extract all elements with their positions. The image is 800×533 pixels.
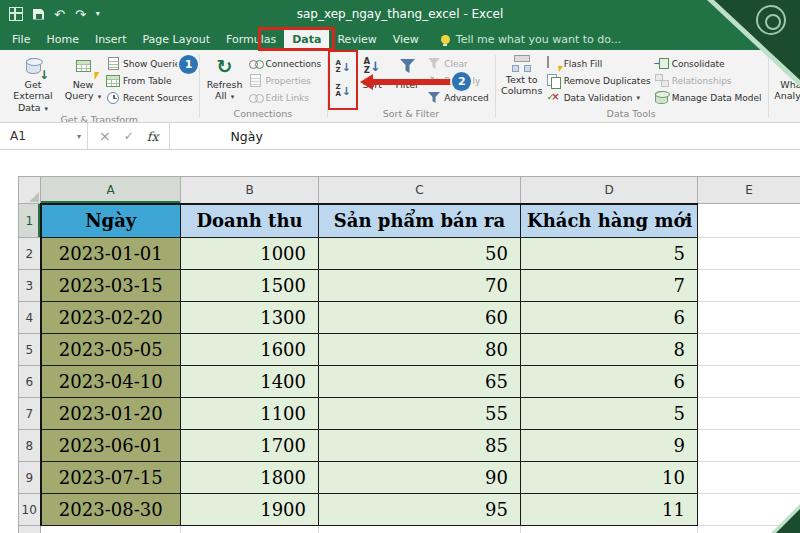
cell-D8[interactable]: 9 [521,430,698,462]
enter-icon[interactable]: ✓ [124,129,134,143]
cell-D4[interactable]: 6 [521,302,698,334]
connections-button[interactable]: Connections [247,55,324,72]
cell-B1[interactable]: Doanh thu [181,204,319,238]
new-query-button[interactable]: New Query ▾ [62,52,104,113]
cell-B6[interactable]: 1400 [181,366,319,398]
cancel-icon[interactable]: × [99,128,111,144]
cell-A11[interactable] [41,526,181,533]
edit-links-button[interactable]: Edit Links [247,89,324,106]
cell-E2[interactable] [698,238,800,270]
cell-C5[interactable]: 80 [319,334,521,366]
cell-B9[interactable]: 1800 [181,462,319,494]
row-header-4[interactable]: 4 [19,302,41,334]
row-header-1[interactable]: 1 [19,204,41,238]
from-table-button[interactable]: From Table [104,72,195,89]
cell-E5[interactable] [698,334,800,366]
cell-D2[interactable]: 5 [521,238,698,270]
flash-fill-button[interactable]: Flash Fill [545,55,653,72]
cell-B10[interactable]: 1900 [181,494,319,526]
row-header-5[interactable]: 5 [19,334,41,366]
cell-A7[interactable]: 2023-01-20 [41,398,181,430]
cell-D10[interactable]: 11 [521,494,698,526]
cell-A6[interactable]: 2023-04-10 [41,366,181,398]
cell-B5[interactable]: 1600 [181,334,319,366]
tab-insert[interactable]: Insert [87,28,135,50]
tab-view[interactable]: View [385,28,427,50]
cell-A2[interactable]: 2023-01-01 [41,238,181,270]
cell-B2[interactable]: 1000 [181,238,319,270]
text-to-columns-button[interactable]: Text to Columns [499,52,545,107]
cell-C2[interactable]: 50 [319,238,521,270]
cell-D6[interactable]: 6 [521,366,698,398]
cell-A5[interactable]: 2023-05-05 [41,334,181,366]
row-header-10[interactable]: 10 [19,494,41,526]
cell-B7[interactable]: 1100 [181,398,319,430]
undo-icon[interactable]: ↶ [54,8,65,21]
manage-data-model-button[interactable]: Manage Data Model [653,89,764,106]
recent-sources-button[interactable]: Recent Sources [104,89,195,106]
get-external-data-button[interactable]: ↓ Get External Data ▾ [4,52,62,113]
formula-input[interactable]: Ngày [170,123,800,149]
insert-function-icon[interactable]: fx [147,129,159,144]
name-box-dropdown-icon[interactable]: ▾ [77,132,81,141]
cell-C6[interactable]: 65 [319,366,521,398]
cell-C3[interactable]: 70 [319,270,521,302]
tab-file[interactable]: File [4,28,38,50]
cell-E4[interactable] [698,302,800,334]
cell-A1[interactable]: Ngày [41,204,181,238]
cell-D3[interactable]: 7 [521,270,698,302]
cell-E6[interactable] [698,366,800,398]
cell-B4[interactable]: 1300 [181,302,319,334]
properties-button[interactable]: Properties [247,72,324,89]
row-header-2[interactable]: 2 [19,238,41,270]
tab-home[interactable]: Home [38,28,86,50]
cell-C1[interactable]: Sản phẩm bán ra [319,204,521,238]
cell-C10[interactable]: 95 [319,494,521,526]
cell-B8[interactable]: 1700 [181,430,319,462]
remove-duplicates-button[interactable]: Remove Duplicates [545,72,653,89]
cell-E9[interactable] [698,462,800,494]
cell-E7[interactable] [698,398,800,430]
name-box[interactable]: A1 ▾ [0,123,88,149]
select-all-corner[interactable] [19,177,41,204]
tab-page-layout[interactable]: Page Layout [134,28,218,50]
tab-review[interactable]: Review [329,28,384,50]
column-header-E[interactable]: E [698,177,800,204]
data-validation-button[interactable]: Data Validation▾ [545,89,653,106]
row-header-8[interactable]: 8 [19,430,41,462]
refresh-all-button[interactable]: ↻ Refresh All ▾ [203,52,247,107]
cell-D1[interactable]: Khách hàng mới [521,204,698,238]
row-header-7[interactable]: 7 [19,398,41,430]
row-header-9[interactable]: 9 [19,462,41,494]
cell-E1[interactable] [698,204,800,238]
cell-D9[interactable]: 10 [521,462,698,494]
cell-D11[interactable] [521,526,698,533]
clear-filter-button[interactable]: Clear [425,55,490,72]
cell-E8[interactable] [698,430,800,462]
column-header-D[interactable]: D [521,177,698,204]
cell-A9[interactable]: 2023-07-15 [41,462,181,494]
advanced-filter-button[interactable]: Advanced [425,89,490,106]
cell-B3[interactable]: 1500 [181,270,319,302]
cell-C11[interactable] [319,526,521,533]
row-header-11[interactable] [19,526,41,533]
save-icon[interactable] [33,9,44,20]
cell-C7[interactable]: 55 [319,398,521,430]
tell-me-box[interactable]: Tell me what you want to do... [441,28,622,50]
row-header-6[interactable]: 6 [19,366,41,398]
cell-A8[interactable]: 2023-06-01 [41,430,181,462]
qat-customize-icon[interactable]: ▾ [96,10,100,18]
cell-D7[interactable]: 5 [521,398,698,430]
cell-C9[interactable]: 90 [319,462,521,494]
excel-app-icon[interactable] [9,7,23,21]
cell-C4[interactable]: 60 [319,302,521,334]
column-header-A[interactable]: A [41,177,181,204]
cell-A4[interactable]: 2023-02-20 [41,302,181,334]
cell-A3[interactable]: 2023-03-15 [41,270,181,302]
column-header-C[interactable]: C [319,177,521,204]
cell-E3[interactable] [698,270,800,302]
column-header-B[interactable]: B [181,177,319,204]
cell-A10[interactable]: 2023-08-30 [41,494,181,526]
cell-B11[interactable] [181,526,319,533]
row-header-3[interactable]: 3 [19,270,41,302]
